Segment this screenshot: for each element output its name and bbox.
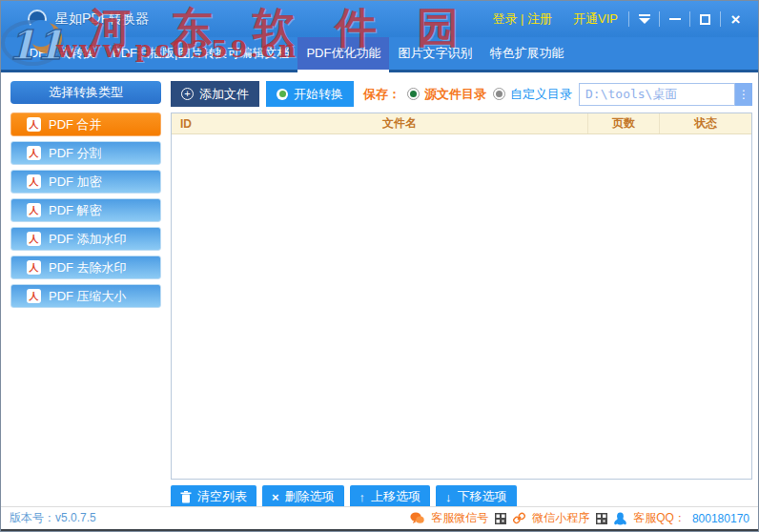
miniprogram-label[interactable]: 微信小程序: [532, 510, 589, 526]
up-arrow-icon: ↑: [359, 491, 366, 503]
sidebar-item-pdf-decrypt[interactable]: 人 PDF 解密: [10, 198, 161, 222]
browse-dots-icon: ⋮: [738, 88, 749, 101]
sidebar-item-label: PDF 合并: [49, 116, 102, 133]
sidebar-item-label: PDF 加密: [49, 174, 102, 191]
source-dir-label: 源文件目录: [424, 86, 486, 103]
maximize-icon: [700, 14, 710, 25]
delete-selected-button[interactable]: × 删除选项: [262, 485, 344, 508]
skin-dropdown-icon: [639, 14, 650, 24]
sidebar: 选择转换类型 人 PDF 合并 人 PDF 分割 人 PDF 加密 人 PDF …: [10, 81, 161, 313]
sidebar-item-pdf-encrypt[interactable]: 人 PDF 加密: [10, 170, 161, 194]
skin-menu-button[interactable]: [629, 7, 659, 31]
clear-list-button[interactable]: 清空列表: [171, 485, 256, 508]
column-header-status: 状态: [660, 113, 751, 133]
x-icon: ×: [272, 491, 279, 503]
source-dir-radio[interactable]: 源文件目录: [407, 86, 486, 103]
browse-folder-button[interactable]: ⋮: [735, 83, 752, 106]
move-up-button[interactable]: ↑ 上移选项: [350, 485, 431, 508]
content-area: 选择转换类型 人 PDF 合并 人 PDF 分割 人 PDF 加密 人 PDF …: [1, 75, 758, 506]
open-vip-link[interactable]: 开通VIP: [563, 10, 628, 28]
titlebar: 星如PDF转换器 登录 | 注册 开通VIP ×: [1, 1, 758, 37]
custom-dir-radio[interactable]: 自定义目录: [493, 86, 572, 103]
close-button[interactable]: ×: [721, 7, 750, 31]
move-up-label: 上移选项: [371, 488, 421, 505]
sidebar-item-pdf-split[interactable]: 人 PDF 分割: [10, 141, 161, 165]
app-window: 星如PDF转换器 登录 | 注册 开通VIP × PDF格式转换 PDF扫描版|…: [0, 0, 759, 532]
tab-pdf-optimize[interactable]: PDF优化功能: [297, 37, 389, 72]
toolbar: + 添加文件 开始转换 保存： 源文件目录 自定义目录: [171, 81, 752, 107]
sidebar-item-pdf-add-watermark[interactable]: 人 PDF 添加水印: [10, 227, 161, 251]
qrcode-icon: [495, 513, 506, 524]
add-files-button[interactable]: + 添加文件: [171, 81, 259, 107]
tab-pdf-scan-to-editable[interactable]: PDF扫描版|图片转换可编辑文档: [104, 37, 297, 70]
sidebar-item-label: PDF 添加水印: [49, 231, 127, 248]
output-path-input[interactable]: [579, 83, 735, 106]
trash-icon: [180, 491, 192, 503]
radio-selected-icon: [407, 88, 420, 100]
close-icon: ×: [731, 11, 741, 28]
custom-dir-label: 自定义目录: [510, 86, 572, 103]
start-convert-button[interactable]: 开始转换: [266, 81, 354, 107]
pdf-file-icon: 人: [27, 203, 41, 217]
pdf-file-icon: 人: [27, 260, 41, 275]
radio-unselected-icon: [493, 88, 505, 100]
add-circle-icon: +: [181, 88, 194, 100]
sidebar-header: 选择转换类型: [10, 81, 161, 104]
tab-pdf-format-convert[interactable]: PDF格式转换: [12, 37, 104, 70]
titlebar-controls: 登录 | 注册 开通VIP ×: [482, 7, 750, 31]
minimize-button[interactable]: [660, 7, 689, 31]
main-panel: + 添加文件 开始转换 保存： 源文件目录 自定义目录: [171, 81, 752, 506]
status-bar: 版本号：v5.0.7.5 客服微信号: [1, 506, 758, 529]
tab-bar: PDF格式转换 PDF扫描版|图片转换可编辑文档 PDF优化功能 图片文字识别 …: [1, 37, 758, 72]
minimize-icon: [669, 18, 681, 20]
sidebar-item-label: PDF 去除水印: [49, 259, 127, 276]
start-convert-label: 开始转换: [294, 86, 343, 103]
maximize-button[interactable]: [690, 7, 720, 31]
pdf-file-icon: 人: [27, 146, 41, 160]
qrcode-icon: [596, 513, 607, 524]
pdf-file-icon: 人: [27, 232, 41, 246]
pdf-file-icon: 人: [27, 117, 41, 132]
link-icon: [513, 512, 525, 524]
column-header-pages: 页数: [587, 113, 660, 133]
tab-image-ocr[interactable]: 图片文字识别: [389, 37, 481, 70]
column-header-filename: 文件名: [212, 113, 587, 133]
qq-number: 800180170: [692, 512, 749, 525]
sidebar-item-label: PDF 压缩大小: [49, 288, 127, 305]
wechat-label[interactable]: 客服微信号: [431, 510, 488, 526]
sidebar-item-pdf-remove-watermark[interactable]: 人 PDF 去除水印: [10, 256, 161, 279]
sidebar-item-pdf-merge[interactable]: 人 PDF 合并: [10, 113, 161, 136]
qq-penguin-icon: [614, 512, 626, 525]
clear-list-label: 清空列表: [197, 488, 247, 505]
column-header-id: ID: [172, 113, 212, 133]
pdf-file-icon: 人: [27, 174, 41, 189]
add-files-label: 添加文件: [199, 86, 249, 103]
sidebar-item-label: PDF 解密: [49, 202, 102, 219]
qq-label: 客服QQ：: [633, 510, 686, 526]
wechat-icon: [410, 512, 424, 524]
down-arrow-icon: ↓: [445, 491, 452, 503]
pdf-file-icon: 人: [27, 289, 41, 303]
start-dot-icon: [277, 89, 288, 100]
app-logo-icon: [28, 10, 47, 29]
save-label: 保存：: [363, 86, 400, 103]
version-label: 版本号：v5.0.7.5: [10, 510, 96, 526]
delete-selected-label: 删除选项: [285, 488, 335, 505]
move-down-label: 下移选项: [458, 488, 507, 505]
list-action-buttons: 清空列表 × 删除选项 ↑ 上移选项 ↓ 下移选项: [171, 485, 517, 508]
tab-special-features[interactable]: 特色扩展功能: [481, 37, 572, 70]
app-title: 星如PDF转换器: [55, 10, 149, 28]
output-path-group: ⋮: [579, 83, 752, 106]
file-table-body: [172, 134, 751, 479]
sidebar-item-pdf-compress[interactable]: 人 PDF 压缩大小: [10, 284, 161, 308]
login-register-link[interactable]: 登录 | 注册: [482, 10, 563, 28]
file-table-header: ID 文件名 页数 状态: [172, 113, 751, 134]
sidebar-item-label: PDF 分割: [49, 145, 102, 162]
status-bar-right: 客服微信号 微信小程序: [410, 510, 749, 526]
move-down-button[interactable]: ↓ 下移选项: [436, 485, 517, 508]
file-table: ID 文件名 页数 状态: [171, 113, 752, 480]
